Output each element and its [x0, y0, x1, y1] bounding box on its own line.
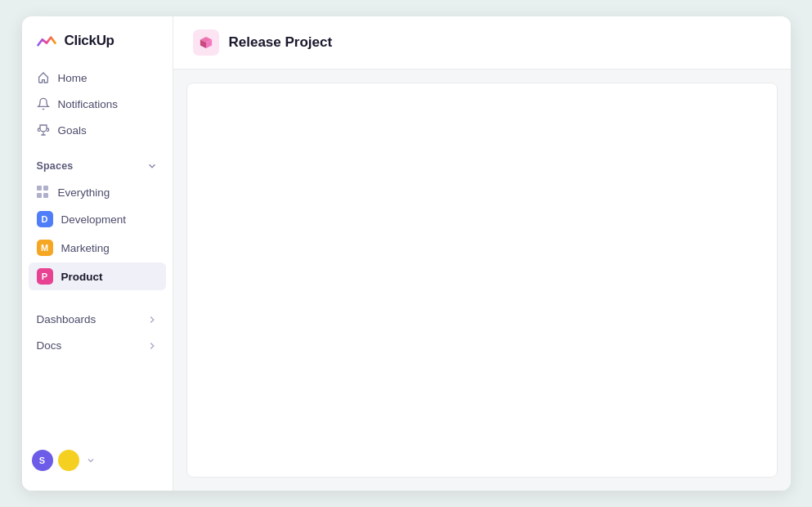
- page-title: Release Project: [229, 34, 333, 51]
- sidebar-item-marketing[interactable]: M Marketing: [29, 234, 166, 262]
- home-icon: [37, 71, 50, 84]
- main-content: Release Project: [173, 16, 791, 491]
- dots-icon: [37, 186, 50, 199]
- bell-icon: [37, 97, 50, 110]
- sidebar-item-everything[interactable]: Everything: [29, 180, 166, 204]
- development-label: Development: [61, 213, 127, 226]
- sidebar-item-docs[interactable]: Docs: [29, 333, 166, 358]
- app-container: ClickUp Home Notifications Goals: [22, 16, 791, 491]
- trophy-icon: [37, 123, 50, 137]
- product-label: Product: [61, 271, 103, 283]
- notifications-label: Notifications: [58, 98, 119, 110]
- sidebar-item-notifications[interactable]: Notifications: [29, 92, 166, 116]
- bottom-section: Dashboards Docs: [22, 307, 173, 358]
- secondary-avatar: [58, 450, 79, 471]
- sidebar-item-development[interactable]: D Development: [29, 205, 166, 233]
- dashboards-chevron-icon: [146, 314, 158, 325]
- user-avatar: S: [32, 450, 53, 471]
- development-badge: D: [37, 211, 53, 227]
- sidebar-item-home[interactable]: Home: [29, 65, 166, 90]
- main-header: Release Project: [173, 16, 791, 70]
- docs-left: Docs: [37, 339, 62, 352]
- dashboards-label: Dashboards: [37, 313, 96, 325]
- space-items: Everything D Development M Marketing P P…: [29, 180, 166, 290]
- project-icon: [193, 29, 219, 56]
- marketing-badge: M: [37, 240, 53, 256]
- user-dropdown-icon: [86, 455, 96, 465]
- product-badge: P: [37, 268, 53, 285]
- main-body: [173, 70, 791, 491]
- home-label: Home: [58, 72, 87, 84]
- nav-items: Home Notifications Goals: [22, 65, 173, 142]
- content-area: [186, 83, 778, 478]
- sidebar-item-product[interactable]: P Product: [29, 262, 166, 290]
- clickup-logo-icon: [35, 29, 58, 52]
- sidebar-item-dashboards[interactable]: Dashboards: [29, 307, 166, 332]
- logo-area[interactable]: ClickUp: [22, 29, 173, 65]
- chevron-down-icon: [146, 160, 158, 172]
- sidebar-item-goals[interactable]: Goals: [29, 118, 166, 142]
- sidebar-footer[interactable]: S: [22, 443, 173, 478]
- docs-label: Docs: [37, 339, 62, 352]
- marketing-label: Marketing: [61, 242, 110, 254]
- spaces-label: Spaces: [37, 160, 74, 172]
- docs-chevron-icon: [146, 340, 158, 352]
- sidebar: ClickUp Home Notifications Goals: [22, 16, 173, 491]
- goals-label: Goals: [58, 124, 87, 137]
- everything-label: Everything: [58, 186, 110, 199]
- dashboards-left: Dashboards: [37, 313, 96, 325]
- logo-text: ClickUp: [65, 33, 114, 49]
- spaces-section: Spaces Everything D Dev: [22, 155, 173, 290]
- spaces-header[interactable]: Spaces: [29, 155, 166, 177]
